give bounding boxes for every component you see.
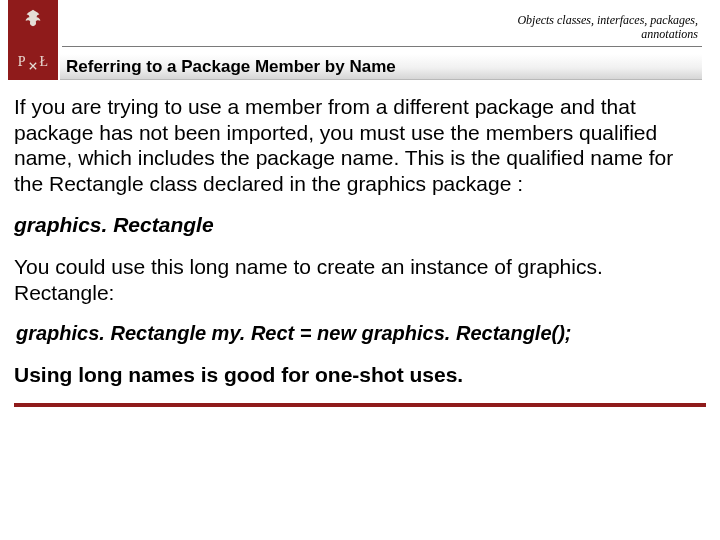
logo-letter-left: P (18, 54, 26, 70)
hammers-icon (29, 58, 37, 66)
slide-body: If you are trying to use a member from a… (0, 82, 720, 387)
title-bar: Referring to a Package Member by Name (60, 54, 702, 80)
university-logo: P Ł (8, 0, 58, 80)
usage-lead: You could use this long name to create a… (14, 254, 706, 305)
header-divider (62, 46, 702, 47)
bottom-divider (14, 403, 706, 407)
intro-paragraph: If you are trying to use a member from a… (14, 94, 706, 196)
slide-title: Referring to a Package Member by Name (66, 57, 396, 77)
topic-label: Objects classes, interfaces, packages, a… (478, 14, 698, 42)
logo-letters: P Ł (18, 54, 48, 70)
code-example: graphics. Rectangle my. Rect = new graph… (16, 321, 706, 345)
slide-header: P Ł Objects classes, interfaces, package… (0, 0, 720, 82)
eagle-icon (22, 8, 44, 30)
logo-letter-right: Ł (40, 54, 49, 70)
closing-statement: Using long names is good for one-shot us… (14, 362, 706, 388)
qualified-name: graphics. Rectangle (14, 212, 706, 238)
